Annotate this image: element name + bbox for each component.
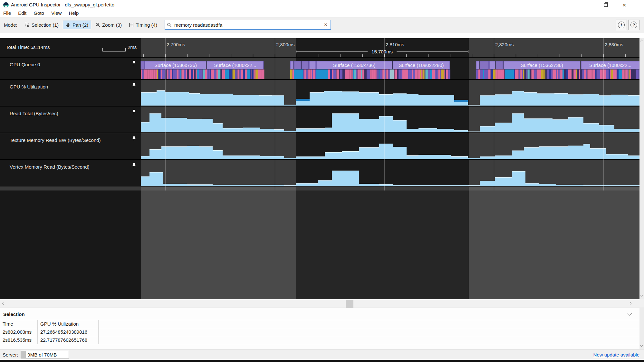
- selection-table: TimeGPU % Utilization2s802.003ms27.26648…: [0, 320, 644, 344]
- mode-selection-label: Selection (1): [32, 22, 59, 28]
- pin-icon[interactable]: [131, 136, 137, 143]
- app-logo-icon: [3, 2, 9, 8]
- surface-slice-label: Surface (1536x736): [154, 62, 197, 68]
- scrollbar-thumb[interactable]: [346, 300, 353, 308]
- track-separator: [0, 159, 639, 160]
- search-input[interactable]: [174, 22, 323, 28]
- vertical-scrollbar[interactable]: [639, 38, 644, 299]
- help-icon: ?: [630, 22, 637, 28]
- mode-selection-button[interactable]: Selection (1): [22, 21, 62, 29]
- menu-help[interactable]: Help: [66, 10, 82, 16]
- minimize-button[interactable]: [578, 0, 596, 10]
- mode-zoom-button[interactable]: Zoom (3): [92, 21, 125, 29]
- measure-line: [296, 51, 368, 51]
- table-cell: 22.717787602651768: [38, 336, 99, 344]
- search-icon: [167, 23, 172, 27]
- track-name-label: GPU % Utilization: [10, 84, 48, 89]
- scale-ruler: [102, 48, 126, 51]
- mode-timing-button[interactable]: Timing (4): [126, 21, 160, 29]
- info-icon: i: [618, 22, 625, 28]
- pin-icon[interactable]: [131, 163, 137, 169]
- search-box: ×: [165, 20, 331, 30]
- close-button[interactable]: ×: [615, 0, 634, 10]
- memory-usage-text: 9MB of 70MB: [27, 352, 59, 357]
- counter-track-chart[interactable]: [140, 160, 639, 186]
- grid-line: [494, 38, 494, 190]
- menu-edit[interactable]: Edit: [15, 10, 29, 16]
- gpu-queue-track[interactable]: Surface (1536x736)Surface (1080x22...Sur…: [140, 61, 639, 79]
- axis-tick-label: 2,800ms: [276, 42, 295, 47]
- selection-icon: [25, 23, 30, 27]
- memory-fill-bar: [21, 351, 26, 358]
- track-separator: [0, 133, 639, 133]
- pin-icon[interactable]: [131, 109, 137, 116]
- grid-line: [275, 38, 275, 190]
- axis-tick-label: 2,810ms: [386, 42, 404, 47]
- help-button[interactable]: ?: [628, 20, 639, 30]
- scroll-down-icon[interactable]: [640, 344, 643, 347]
- restore-button[interactable]: [596, 0, 615, 10]
- toolbar: Mode: Selection (1) Pan (2) Zoom (3): [0, 17, 644, 32]
- timeline-view[interactable]: Total Time: 5s114ms 2ms 2,790ms2,800ms2,…: [0, 38, 644, 299]
- scale-label: 2ms: [128, 44, 137, 50]
- axis-tick-label: 2,820ms: [495, 42, 514, 47]
- track-name-label: GPU Queue 0: [10, 62, 40, 67]
- mode-pan-label: Pan (2): [72, 22, 88, 28]
- surface-slice-label: Surface (1080x22...: [589, 62, 631, 68]
- axis-tick-label: 2,790ms: [167, 42, 185, 47]
- mode-zoom-label: Zoom (3): [102, 22, 122, 28]
- window-bottom-edge: [0, 360, 644, 362]
- table-cell: 2s816.535ms: [0, 336, 38, 344]
- search-clear-icon[interactable]: ×: [323, 22, 329, 28]
- selection-scrollbar[interactable]: [639, 308, 644, 349]
- server-label: Server:: [3, 352, 18, 357]
- surface-slice-label: Surface (1080x22...: [214, 62, 256, 68]
- scroll-right-icon[interactable]: [629, 302, 632, 305]
- horizontal-scrollbar[interactable]: [0, 299, 644, 308]
- counter-track-chart[interactable]: [140, 133, 639, 160]
- restore-icon: [604, 3, 608, 7]
- total-time-label: Total Time: 5s114ms: [6, 44, 50, 50]
- counter-track-chart[interactable]: [140, 106, 639, 133]
- scroll-up-icon[interactable]: [640, 40, 643, 43]
- update-link[interactable]: New update available: [593, 352, 639, 357]
- scroll-down-icon[interactable]: [640, 293, 643, 297]
- scroll-left-icon[interactable]: [2, 302, 5, 305]
- table-cell: 2s802.003ms: [0, 328, 38, 336]
- agi-window: Android GPU Inspector - dls_swappy_gl.pe…: [0, 0, 644, 362]
- measure-end-cap: [468, 50, 468, 53]
- track-name-label: Read Total (Bytes/sec): [10, 111, 58, 116]
- track-separator: [0, 106, 639, 107]
- pin-icon[interactable]: [131, 83, 137, 89]
- server-memory-gauge: 9MB of 70MB: [21, 351, 69, 358]
- menu-file[interactable]: File: [0, 10, 14, 16]
- surface-slice-label: Surface (1080x2280): [399, 62, 444, 68]
- zoom-icon: [95, 23, 100, 27]
- track-name-label: Vertex Memory Read (Bytes/Second): [10, 164, 90, 170]
- selection-panel: Selection TimeGPU % Utilization2s802.003…: [0, 308, 644, 349]
- grid-line: [603, 38, 604, 190]
- grid-line: [165, 38, 166, 190]
- menu-goto[interactable]: Goto: [31, 10, 47, 16]
- mode-pan-button[interactable]: Pan (2): [63, 21, 91, 29]
- info-button[interactable]: i: [616, 20, 627, 30]
- menu-view[interactable]: View: [48, 10, 64, 16]
- surface-slice-label: Surface (1536x736): [333, 62, 376, 68]
- measure-line: [397, 51, 468, 51]
- title-bar: Android GPU Inspector - dls_swappy_gl.pe…: [0, 0, 644, 10]
- window-title: Android GPU Inspector - dls_swappy_gl.pe…: [11, 2, 114, 7]
- chevron-down-icon: [628, 311, 632, 316]
- track-resize-band[interactable]: [0, 186, 639, 190]
- column-header: GPU % Utilization: [38, 320, 99, 328]
- menu-bar: File Edit Goto View Help: [0, 10, 644, 17]
- collapse-panel-button[interactable]: [628, 312, 631, 315]
- counter-track-chart[interactable]: [140, 79, 639, 106]
- minimize-icon: [585, 5, 589, 5]
- table-row-1[interactable]: 2s816.535ms22.717787602651768: [0, 336, 644, 344]
- track-name-label: Texture Memory Read BW (Bytes/Second): [10, 137, 101, 143]
- pin-icon[interactable]: [131, 60, 137, 67]
- grid-line: [384, 38, 385, 190]
- hand-icon: [66, 22, 71, 27]
- table-row-header: TimeGPU % Utilization: [0, 320, 644, 328]
- table-row-0[interactable]: 2s802.003ms27.266485240389816: [0, 328, 644, 336]
